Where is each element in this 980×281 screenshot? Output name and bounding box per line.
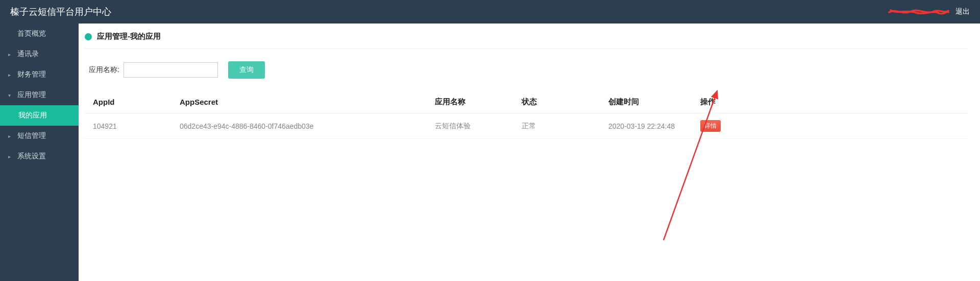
cell-created: 2020-03-19 22:24:48 [600,113,692,139]
sidebar-item-label: 通讯录 [17,50,39,59]
cell-status: 正常 [513,113,600,139]
sidebar-item-label: 短信管理 [17,131,46,140]
table-header-row: AppId AppSecret 应用名称 状态 创建时间 操作 [85,91,968,113]
filter-label: 应用名称: [89,65,119,75]
col-action: 操作 [692,91,968,113]
sidebar-item-sms[interactable]: ▸ 短信管理 [0,126,79,146]
filter-bar: 应用名称: 查询 [85,49,968,91]
caret-right-icon: ▸ [8,133,14,139]
sidebar-item-label: 首页概览 [17,29,46,38]
cell-secret: 06d2ce43-e94c-4886-8460-0f746aedb03e [172,113,427,139]
main-content: 应用管理-我的应用 应用名称: 查询 AppId AppSecret 应用名称 … [79,24,980,281]
query-button[interactable]: 查询 [228,61,265,79]
cell-action: 详情 [692,113,968,139]
sidebar-item-settings[interactable]: ▸ 系统设置 [0,146,79,167]
app-title: 榛子云短信平台用户中心 [10,6,111,18]
caret-right-icon: ▸ [8,154,14,159]
sidebar: 首页概览 ▸ 通讯录 ▸ 财务管理 ▾ 应用管理 我的应用 ▸ 短信管理 ▸ 系… [0,24,79,281]
sidebar-item-finance[interactable]: ▸ 财务管理 [0,64,79,85]
col-appid: AppId [85,91,172,113]
panel-dot-icon [85,33,92,40]
apps-table: AppId AppSecret 应用名称 状态 创建时间 操作 104921 0… [85,91,968,139]
header-bar: 榛子云短信平台用户中心 退出 [0,0,980,24]
sidebar-item-my-apps[interactable]: 我的应用 [0,105,79,126]
col-secret: AppSecret [172,91,427,113]
sidebar-item-label: 应用管理 [17,90,46,100]
sidebar-item-contacts[interactable]: ▸ 通讯录 [0,44,79,64]
sidebar-item-label: 系统设置 [17,152,46,161]
cell-appid: 104921 [85,113,172,139]
caret-down-icon: ▾ [8,92,14,98]
detail-button[interactable]: 详情 [700,120,721,132]
panel-header: 应用管理-我的应用 [85,29,968,49]
sidebar-item-label: 我的应用 [18,111,47,120]
sidebar-item-apps[interactable]: ▾ 应用管理 [0,85,79,105]
sidebar-item-home[interactable]: 首页概览 [0,24,79,44]
caret-right-icon: ▸ [8,52,14,57]
col-status: 状态 [513,91,600,113]
caret-right-icon: ▸ [8,72,14,78]
panel-title: 应用管理-我的应用 [97,32,161,41]
cell-name: 云短信体验 [427,113,513,139]
col-created: 创建时间 [600,91,692,113]
col-name: 应用名称 [427,91,513,113]
redacted-scribble [888,7,949,16]
logout-link[interactable]: 退出 [955,7,970,16]
app-name-input[interactable] [124,62,218,78]
header-right: 退出 [888,7,970,16]
table-row: 104921 06d2ce43-e94c-4886-8460-0f746aedb… [85,113,968,139]
sidebar-item-label: 财务管理 [17,70,46,79]
